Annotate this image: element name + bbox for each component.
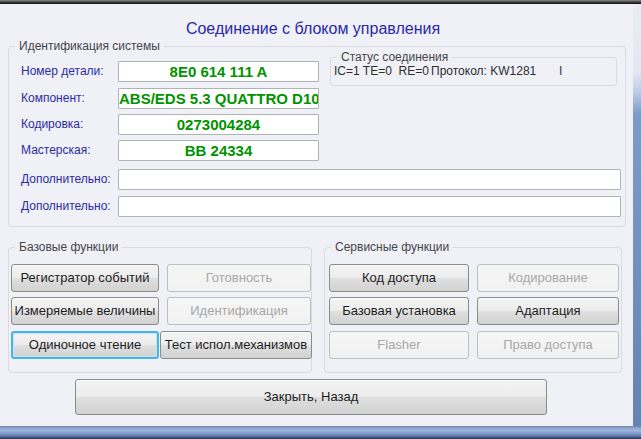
system-identification-label: Идентификация системы (15, 39, 164, 54)
dialog-title: Соединение с блоком управления (0, 20, 626, 38)
basic-functions-label: Базовые функции (15, 240, 122, 255)
component-label: Компонент: (21, 88, 85, 109)
protocol-text: Протокол: KW1281 (431, 58, 536, 84)
window-bottom-border (0, 426, 641, 439)
actuator-test-button[interactable]: Тест испол.механизмов (160, 331, 312, 359)
service-functions-group: Сервисные функции Код доступа Кодировани… (324, 247, 622, 373)
part-number-field: 8E0 614 111 A (118, 61, 319, 82)
window-right-border (633, 4, 641, 426)
extra-1-field (118, 169, 621, 190)
adaptation-button[interactable]: Адаптация (477, 297, 619, 325)
part-number-label: Номер детали: (21, 61, 104, 82)
basic-functions-group: Базовые функции Регистратор событий Гото… (8, 247, 312, 373)
component-field: ABS/EDS 5.3 QUATTRO D10 (118, 88, 319, 109)
measuring-values-button[interactable]: Измеряемые величины (11, 297, 159, 325)
access-code-button[interactable]: Код доступа (329, 264, 469, 292)
extra-1-label: Дополнительно: (21, 169, 111, 190)
connection-status-group: Статус соединения IC=1 TE=0 RE=0 Протоко… (330, 57, 617, 86)
extra-2-label: Дополнительно: (21, 196, 111, 217)
window-top-edge (0, 0, 641, 4)
coding-field: 0273004284 (118, 114, 319, 135)
access-rights-button: Право доступа (477, 331, 619, 359)
workshop-label: Мастерская: (21, 140, 91, 161)
status-counters: IC=1 TE=0 RE=0 (334, 58, 429, 84)
status-indicator: I (559, 58, 562, 84)
extra-2-field (118, 196, 621, 217)
workshop-field: BB 24334 (118, 140, 319, 161)
readiness-button: Готовность (167, 264, 311, 292)
coding-button: Кодирование (477, 264, 619, 292)
identification-button: Идентификация (167, 297, 311, 325)
close-back-button[interactable]: Закрыть, Назад (75, 379, 547, 415)
flasher-button: Flasher (329, 331, 469, 359)
single-reading-button[interactable]: Одиночное чтение (11, 331, 159, 359)
service-functions-label: Сервисные функции (331, 240, 453, 255)
basic-setting-button[interactable]: Базовая установка (329, 297, 469, 325)
control-unit-connection-dialog: Соединение с блоком управления Идентифик… (0, 0, 641, 439)
event-log-button[interactable]: Регистратор событий (11, 264, 159, 292)
coding-label: Кодировка: (21, 114, 83, 135)
